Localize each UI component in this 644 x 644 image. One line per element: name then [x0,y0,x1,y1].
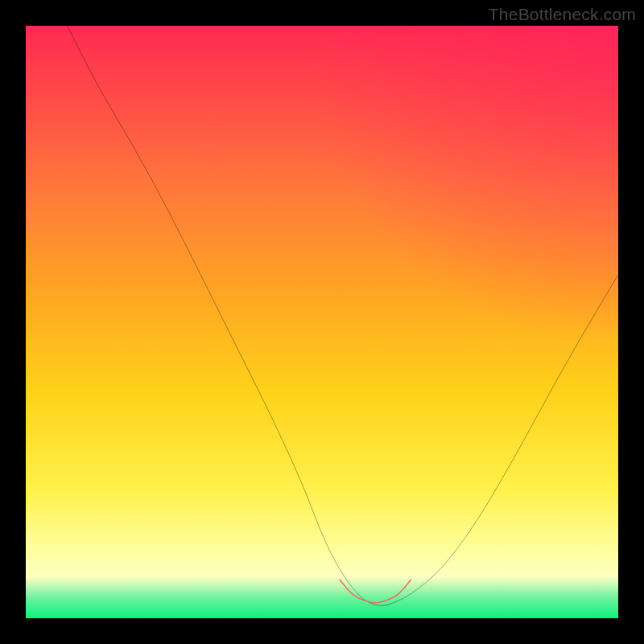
bottleneck-curve [68,26,618,605]
plot-area [26,26,618,618]
chart-svg [26,26,618,618]
watermark-text: TheBottleneck.com [489,5,636,24]
trough-highlight [340,580,411,603]
chart-frame: TheBottleneck.com [0,0,644,644]
